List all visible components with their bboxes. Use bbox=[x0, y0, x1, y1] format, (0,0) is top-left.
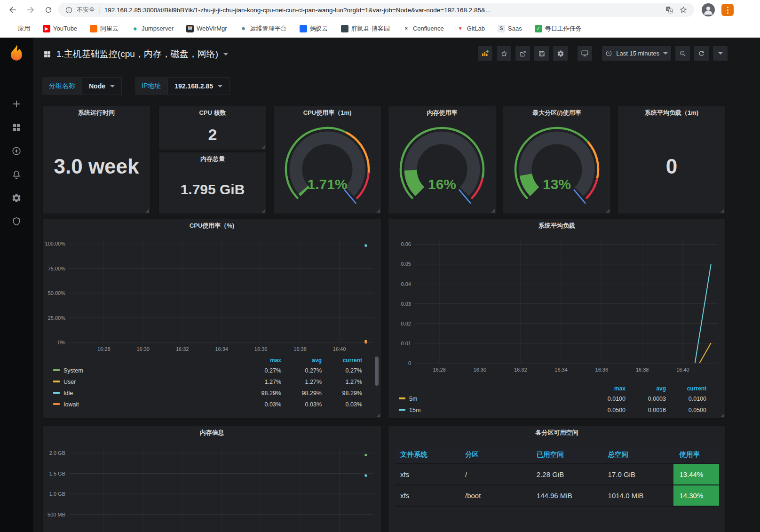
table-column-header[interactable]: 文件系统 bbox=[395, 446, 459, 464]
table-row: xfs/2.28 GiB17.0 GiB13.44% bbox=[395, 464, 719, 485]
panel-title[interactable]: 系统平均负载 bbox=[388, 219, 725, 232]
svg-text:25.00%: 25.00% bbox=[48, 315, 66, 321]
variable-value-dropdown[interactable]: Node bbox=[82, 77, 122, 95]
panel-title[interactable]: CPU使用率（1m) bbox=[274, 106, 381, 119]
url-bar[interactable]: 不安全 | 192.168.2.85:3000/d/Bkl9bBYik/1-zh… bbox=[58, 3, 694, 17]
tv-mode-button[interactable] bbox=[577, 46, 593, 61]
svg-text:16:28: 16:28 bbox=[97, 346, 111, 352]
sidebar-configuration-icon[interactable] bbox=[11, 193, 22, 203]
panel-title[interactable]: 最大分区(/)使用率 bbox=[503, 106, 610, 119]
panel-title[interactable]: CPU使用率（%) bbox=[43, 219, 381, 232]
legend-column-header[interactable]: current bbox=[669, 384, 709, 393]
panel-title[interactable]: 内存信息 bbox=[43, 426, 381, 439]
svg-text:16:32: 16:32 bbox=[176, 346, 189, 352]
bookmark-item[interactable]: ✓每日工作任务 bbox=[535, 24, 582, 33]
legend-column-header[interactable]: max bbox=[588, 384, 628, 393]
panel-title[interactable]: 各分区可用空间 bbox=[388, 426, 725, 439]
series-label[interactable]: Idle bbox=[50, 388, 244, 399]
memory-info-graph[interactable]: 500 MB1.0 GB1.5 GB2.0 GB bbox=[43, 439, 381, 532]
table-column-header[interactable]: 总空间 bbox=[602, 446, 674, 464]
graph-legend: maxavgcurrentSystem0.27%0.27%0.27%User1.… bbox=[43, 355, 381, 410]
bookmark-favicon: S bbox=[498, 25, 505, 32]
refresh-dashboard-button[interactable] bbox=[694, 46, 709, 61]
grafana-sidebar bbox=[0, 38, 33, 532]
bookmark-item[interactable]: 胖鼠君-博客园 bbox=[341, 24, 390, 33]
bookmark-item[interactable]: ▶YouTube bbox=[43, 25, 77, 32]
bookmark-item[interactable]: ⊕运维管理平台 bbox=[240, 24, 287, 33]
forward-button[interactable] bbox=[23, 2, 39, 18]
bookmark-item[interactable]: ▼GitLab bbox=[457, 25, 485, 32]
legend-scrollbar-thumb[interactable] bbox=[375, 357, 379, 386]
dashboard-settings-button[interactable] bbox=[553, 46, 568, 61]
refresh-interval-dropdown[interactable] bbox=[712, 46, 728, 61]
star-dashboard-button[interactable] bbox=[496, 46, 512, 61]
zoom-out-button[interactable] bbox=[675, 46, 690, 61]
table-row: xfs/boot144.96 MiB1014.0 MiB14.30% bbox=[395, 485, 719, 506]
translate-icon[interactable] bbox=[665, 6, 673, 14]
refresh-page-button[interactable] bbox=[40, 2, 56, 18]
bookmark-item[interactable]: ◆Jumpserver bbox=[131, 25, 174, 32]
cpu-usage-graph[interactable]: 16:2816:3016:3216:3416:3616:3816:400%25.… bbox=[43, 232, 381, 418]
svg-text:16:36: 16:36 bbox=[254, 346, 268, 352]
table-column-header[interactable]: 已用空间 bbox=[531, 446, 602, 464]
bookmark-label: Saas bbox=[508, 25, 522, 32]
series-label[interactable]: Iowait bbox=[50, 399, 244, 410]
legend-row: 5m0.01000.00030.0100 bbox=[396, 393, 709, 405]
bookmark-item[interactable]: ×Confluence bbox=[403, 25, 444, 32]
stat-value: 2 bbox=[208, 126, 217, 144]
save-dashboard-button[interactable] bbox=[534, 46, 549, 61]
legend-value: 0.0100 bbox=[669, 393, 709, 405]
series-label[interactable]: System bbox=[50, 365, 244, 376]
share-dashboard-button[interactable] bbox=[515, 46, 530, 61]
time-range-picker[interactable]: Last 15 minutes bbox=[602, 46, 672, 61]
legend-column-header[interactable]: avg bbox=[628, 384, 669, 393]
legend-column-header[interactable]: current bbox=[325, 356, 365, 365]
bookmark-item[interactable]: 蚂蚁云 bbox=[300, 24, 328, 33]
legend-column-header[interactable]: avg bbox=[284, 356, 325, 365]
title-caret-icon[interactable] bbox=[223, 53, 228, 56]
legend-column-header[interactable]: max bbox=[244, 356, 284, 365]
series-label[interactable]: 15m bbox=[396, 405, 588, 416]
bookmark-favicon bbox=[341, 25, 348, 32]
table-column-header[interactable]: 使用率 bbox=[673, 446, 719, 464]
panel-title[interactable]: 系统平均负载（1m) bbox=[618, 106, 725, 119]
bookmark-item[interactable]: 阿里云 bbox=[90, 24, 119, 33]
add-panel-button[interactable] bbox=[477, 46, 493, 61]
bookmark-item[interactable]: SSaas bbox=[498, 25, 522, 32]
info-icon[interactable] bbox=[65, 6, 73, 14]
panel-title[interactable]: 内存总量 bbox=[159, 152, 266, 166]
bookmark-label: GitLab bbox=[467, 25, 485, 32]
panel-title[interactable]: 内存使用率 bbox=[388, 106, 496, 119]
load-stat: 0 bbox=[618, 119, 725, 214]
grafana-logo[interactable] bbox=[7, 44, 26, 64]
series-label[interactable]: User bbox=[50, 376, 244, 388]
gauge-chart: 1.71% bbox=[274, 119, 381, 214]
svg-text:16:34: 16:34 bbox=[215, 346, 228, 352]
bookmark-star-icon[interactable] bbox=[679, 6, 688, 14]
browser-menu-icon[interactable] bbox=[721, 4, 734, 16]
back-button[interactable] bbox=[5, 2, 21, 18]
load-average-graph[interactable]: 16:2816:3016:3216:3416:3616:3816:4000.01… bbox=[388, 232, 725, 418]
profile-avatar[interactable] bbox=[702, 3, 715, 16]
bookmark-item[interactable]: 应用 bbox=[8, 24, 30, 33]
uptime-stat: 3.0 week bbox=[43, 119, 150, 214]
table-cell: xfs bbox=[395, 464, 459, 485]
panel-mem-graph: 内存信息 500 MB1.0 GB1.5 GB2.0 GB bbox=[42, 426, 381, 532]
panel-title[interactable]: CPU 核数 bbox=[159, 106, 266, 119]
svg-text:16:34: 16:34 bbox=[554, 367, 568, 373]
table-column-header[interactable]: 分区 bbox=[459, 446, 531, 464]
dashboard-title[interactable]: 1.主机基础监控(cpu，内存，磁盘，网络) bbox=[56, 48, 218, 60]
sidebar-alerting-icon[interactable] bbox=[11, 169, 22, 180]
dashboard-header: 1.主机基础监控(cpu，内存，磁盘，网络) bbox=[33, 38, 760, 71]
sidebar-dashboards-icon[interactable] bbox=[11, 122, 22, 133]
dashboard-grid-icon[interactable] bbox=[43, 50, 51, 58]
sidebar-add-icon[interactable] bbox=[11, 99, 22, 109]
variable-value-dropdown[interactable]: 192.168.2.85 bbox=[167, 77, 230, 95]
chevron-down-icon bbox=[110, 85, 115, 87]
bookmark-item[interactable]: WWebVirMgr bbox=[186, 25, 227, 32]
series-label[interactable]: 5m bbox=[396, 393, 588, 405]
sidebar-explore-icon[interactable] bbox=[11, 146, 22, 156]
sidebar-admin-shield-icon[interactable] bbox=[11, 216, 22, 227]
bookmark-favicon: ▼ bbox=[457, 25, 464, 32]
panel-title[interactable]: 系统运行时间 bbox=[43, 106, 150, 119]
